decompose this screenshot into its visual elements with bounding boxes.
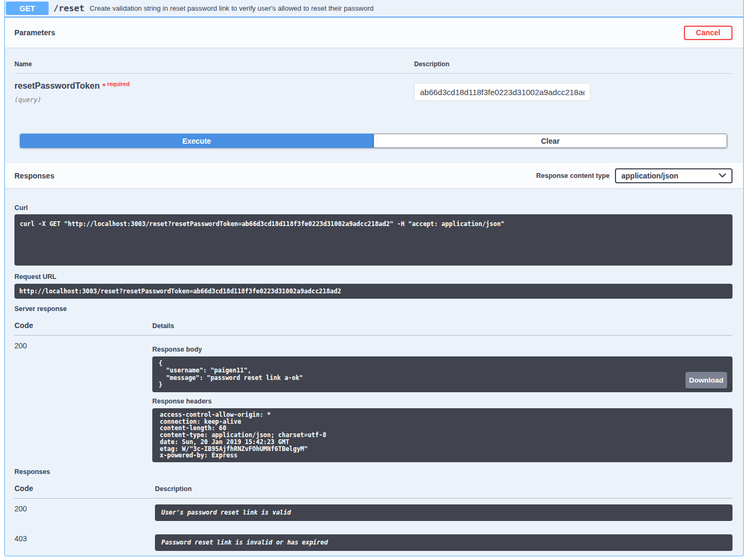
curl-command[interactable]: curl -X GET "http://localhost:3003/reset… — [14, 214, 733, 266]
response-status-code: 200 — [14, 341, 152, 462]
response-content-type-label: Response content type — [536, 172, 610, 180]
responses-title: Responses — [14, 172, 54, 180]
server-response-title: Server response — [14, 305, 733, 313]
name-column-header: Name — [14, 60, 413, 68]
code-column-header: Code — [14, 484, 152, 493]
description-column-header: Description — [413, 60, 733, 68]
documented-responses-title: Responses — [14, 468, 733, 476]
clear-button[interactable]: Clear — [373, 134, 727, 148]
parameter-row: resetPasswordToken*required (query) — [14, 74, 733, 127]
operation-summary[interactable]: GET /reset Create validation string in r… — [5, 0, 743, 18]
parameters-title: Parameters — [14, 28, 55, 37]
response-content-type-value: application/json — [621, 172, 679, 180]
documented-responses-table-header: Code Description — [14, 476, 733, 499]
operation-path: /reset — [53, 3, 84, 13]
details-column-header: Details — [152, 322, 733, 330]
documented-response-row-200: 200 User's password reset link is valid — [14, 499, 733, 521]
response-headers: access-control-allow-origin: * connectio… — [152, 408, 733, 462]
required-asterisk: * — [103, 81, 106, 90]
description-column-header: Description — [152, 485, 733, 493]
response-content-type-select[interactable]: application/json — [615, 168, 733, 183]
parameters-section-header: Parameters Cancel — [5, 18, 743, 48]
response-description: User's password reset link is valid — [155, 504, 733, 521]
operation-description: Create validation string in reset passwo… — [90, 4, 373, 12]
execute-button[interactable]: Execute — [20, 134, 373, 148]
responses-section-header: Responses Response content type applicat… — [5, 163, 743, 188]
execute-row: Execute Clear — [20, 134, 727, 148]
request-url: http://localhost:3003/reset?resetPasswor… — [14, 284, 733, 299]
server-response-table-header: Code Details — [14, 313, 733, 336]
parameter-value-input[interactable] — [414, 83, 590, 101]
parameters-body: Name Description resetPasswordToken*requ… — [5, 48, 743, 163]
server-response-row: 200 Response body { "username": "paigen1… — [14, 336, 733, 462]
response-status-code: 200 — [14, 504, 152, 521]
cancel-button[interactable]: Cancel — [684, 26, 733, 40]
response-body-label: Response body — [152, 346, 733, 353]
response-status-code: 403 — [14, 534, 152, 551]
download-button[interactable]: Download — [685, 372, 728, 388]
response-body: { "username": "paigen11", "message": "pa… — [152, 356, 733, 392]
request-url-label: Request URL — [14, 273, 733, 281]
operation-block: GET /reset Create validation string in r… — [4, 0, 744, 556]
parameter-location: (query) — [14, 96, 413, 104]
responses-body: Curl curl -X GET "http://localhost:3003/… — [5, 188, 743, 556]
documented-response-row-403: 403 Password reset link is invalid or ha… — [14, 528, 733, 551]
response-headers-label: Response headers — [152, 398, 733, 405]
chevron-down-icon — [719, 173, 726, 178]
parameter-name: resetPasswordToken*required — [14, 81, 413, 91]
parameters-table-header: Name Description — [14, 48, 733, 74]
curl-label: Curl — [14, 204, 733, 212]
code-column-header: Code — [14, 321, 152, 330]
http-method-badge: GET — [6, 2, 49, 15]
response-description: Password reset link is invalid or has ex… — [155, 534, 733, 551]
required-label: required — [107, 81, 130, 87]
